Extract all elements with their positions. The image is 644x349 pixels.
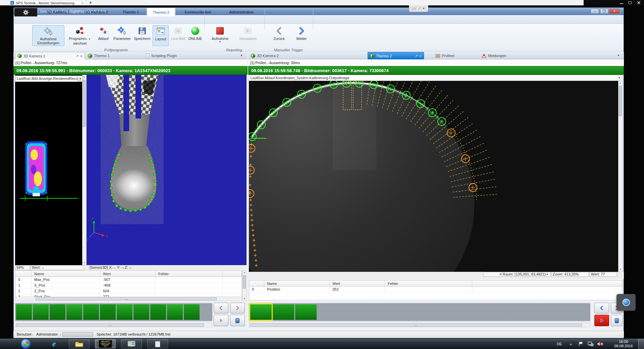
ablauf-button[interactable]: Ablauf: [95, 25, 112, 46]
filmstrip-thumbnail[interactable]: [83, 304, 99, 320]
ribbon-tab-thermo-1[interactable]: Thermo 1: [116, 8, 145, 16]
expand-icon[interactable]: ↗: [76, 54, 78, 58]
close-icon[interactable]: ×: [420, 54, 422, 58]
right-record-images-button[interactable]: [611, 315, 623, 326]
right-thermo-image[interactable]: [249, 81, 618, 272]
left-filmstrip-scrollbar[interactable]: [15, 323, 212, 327]
session-tab[interactable]: SPS Technik - Atomic Skivermessung ×: [8, 0, 86, 5]
window-close-button[interactable]: ×: [609, 9, 620, 14]
scrollbar-thumb[interactable]: [36, 297, 217, 300]
left-play-button[interactable]: [214, 315, 228, 326]
window-maximize-button[interactable]: ❒: [600, 9, 608, 14]
programmwechsel-button[interactable]: Programm- ▼ wechsel: [65, 25, 94, 46]
filmstrip-thumbnail[interactable]: [150, 304, 166, 320]
remote-minimize-icon[interactable]: [620, 1, 623, 4]
expand-icon[interactable]: ↗: [415, 54, 418, 58]
filmstrip-thumbnail[interactable]: [133, 304, 149, 320]
right-source-selector[interactable]: LastRun.Ablauf.Koordinaten_System.Kalibr…: [249, 75, 623, 81]
left-3d-image[interactable]: Y X Z: [87, 75, 247, 265]
ribbon-tab-kommunikation[interactable]: Kommunikation: [177, 8, 219, 16]
left-record-images-button[interactable]: [230, 315, 245, 326]
parameter-button[interactable]: Parameter: [112, 25, 132, 46]
left-next-button[interactable]: [230, 303, 245, 313]
remote-close-icon[interactable]: [637, 1, 641, 4]
scrollbar-thumb[interactable]: [16, 323, 204, 327]
aufnahme-button[interactable]: Aufnahme ▼: [207, 25, 233, 46]
remote-maximize-icon[interactable]: [629, 1, 632, 4]
filmstrip-thumbnail[interactable]: [50, 304, 65, 320]
speichern-button[interactable]: Speichern: [132, 25, 152, 46]
right-filmstrip-scrollbar[interactable]: [249, 323, 590, 327]
tray-language[interactable]: DE: [557, 339, 562, 349]
tray-clock[interactable]: 16:00 09.08.2016: [610, 339, 637, 349]
left-table-hscrollbar[interactable]: [15, 297, 242, 301]
right-tab-thermo-2[interactable]: Thermo 2 ↗ ×: [368, 52, 424, 59]
filmstrip-thumbnail[interactable]: [33, 304, 49, 320]
layout-button[interactable]: Layout: [153, 25, 169, 46]
ribbon-tab-3d-kamera-1[interactable]: 3D Kamera 1: [40, 8, 77, 16]
filmstrip-thumbnail[interactable]: [250, 304, 272, 320]
left-tab-thermo-1[interactable]: Thermo 1: [86, 52, 143, 59]
app-menu-button[interactable]: [14, 8, 37, 16]
close-icon[interactable]: ×: [80, 54, 83, 58]
scroll-down-icon[interactable]: ▼: [243, 297, 246, 301]
control-panel-taskbar-button[interactable]: [121, 339, 142, 348]
tray-volume-muted-icon[interactable]: [597, 342, 604, 346]
start-button[interactable]: [21, 339, 31, 349]
right-prev-button[interactable]: [594, 303, 609, 313]
explorer-taskbar-button[interactable]: [69, 339, 90, 348]
filmstrip-thumbnail[interactable]: [167, 304, 183, 320]
filmstrip-thumbnail[interactable]: [117, 304, 132, 320]
left-overview-image[interactable]: [15, 75, 82, 265]
scrollbar-thumb[interactable]: [83, 80, 86, 127]
left-thumb-scrollbar[interactable]: ▲ ▼: [82, 75, 87, 265]
filmstrip-thumbnail[interactable]: [295, 304, 317, 320]
scrollbar-thumb[interactable]: [250, 323, 582, 327]
right-filmstrip[interactable]: [249, 303, 590, 321]
right-tab-profinet[interactable]: Profinet: [433, 52, 473, 59]
scrollbar-thumb[interactable]: [619, 86, 622, 116]
internet-explorer-icon[interactable]: e: [46, 340, 62, 348]
window-minimize-button[interactable]: –: [591, 9, 599, 14]
left-prev-button[interactable]: [214, 303, 228, 313]
aufnahme-einstellungen-button[interactable]: Aufnahme Einstellungen: [32, 25, 64, 46]
dropdown-arrow-icon[interactable]: ▼: [77, 76, 83, 82]
scrollbar-thumb[interactable]: [243, 275, 246, 289]
scroll-down-icon[interactable]: ▼: [619, 268, 622, 271]
session-toolbar-grip[interactable]: ⤢▼: [409, 5, 428, 12]
show-desktop-button[interactable]: [638, 339, 644, 349]
scroll-up-icon[interactable]: ▲: [619, 81, 622, 85]
filmstrip-thumbnail[interactable]: [16, 304, 32, 320]
scroll-down-icon[interactable]: ▼: [83, 261, 86, 265]
table-row[interactable]: 1X_Pos-458: [15, 283, 242, 288]
right-results-table[interactable]: NameWertFehler0Position252: [249, 280, 623, 300]
new-session-tab-button[interactable]: +: [88, 0, 93, 5]
right-image-scrollbar[interactable]: ▲ ▼: [618, 81, 623, 272]
left-table-vscrollbar[interactable]: ▲ ▼: [242, 270, 247, 301]
remote-panel-handle[interactable]: [616, 294, 636, 311]
scroll-up-icon[interactable]: ▲: [243, 271, 246, 275]
left-tabstrip-overflow-icon[interactable]: ▼: [240, 54, 243, 57]
tray-expand-icon[interactable]: ▲: [570, 343, 572, 346]
right-tab-3d-kamera-2[interactable]: 3D Kamera 2: [249, 52, 299, 59]
left-source-selector[interactable]: LastRun.Bild.Anzeige.RenderedRecor ▼: [15, 76, 83, 82]
filmstrip-thumbnail[interactable]: [66, 304, 82, 320]
online-button[interactable]: ONLINE: [187, 25, 203, 46]
session-tab-close-icon[interactable]: ×: [82, 1, 84, 5]
left-filmstrip[interactable]: [15, 303, 212, 321]
table-row[interactable]: 2Z_Pos504: [15, 288, 242, 294]
dropdown-arrow-icon[interactable]: ▼: [546, 273, 548, 276]
filmstrip-thumbnail[interactable]: [273, 304, 294, 320]
left-tab-3d-kamera-1[interactable]: 3D Kamera 1 ↗ ×: [15, 52, 85, 59]
dropdown-arrow-icon[interactable]: ▼: [617, 76, 622, 80]
table-row[interactable]: 0Max_Pos-507: [15, 277, 242, 283]
filmstrip-thumbnail[interactable]: [184, 304, 200, 320]
weiter-button[interactable]: Weiter: [292, 25, 311, 46]
livebild-button[interactable]: Live-Bild: [169, 25, 187, 46]
ribbon-tab-3d-kamera-2[interactable]: 3D Kamera 2: [78, 8, 115, 16]
ribbon-tab-administration[interactable]: Administration: [220, 8, 263, 16]
right-play-button[interactable]: [594, 315, 609, 326]
table-row[interactable]: 0Position252: [249, 287, 622, 292]
easysight-taskbar-button[interactable]: RELISTE EasySight Pro: [95, 339, 116, 348]
zurueck-button[interactable]: Zurück: [267, 25, 291, 46]
